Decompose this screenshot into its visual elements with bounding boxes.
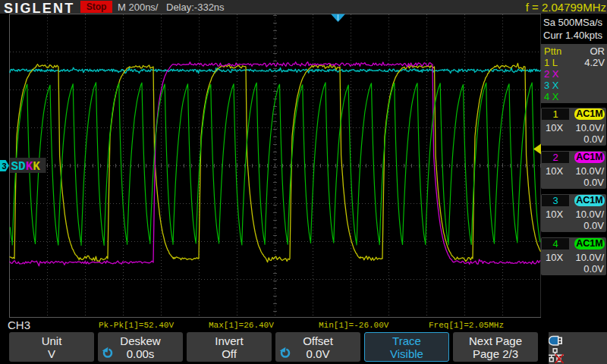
svg-text:SDKK: SDKK [11, 160, 41, 174]
svg-text:3: 3 [2, 162, 7, 171]
